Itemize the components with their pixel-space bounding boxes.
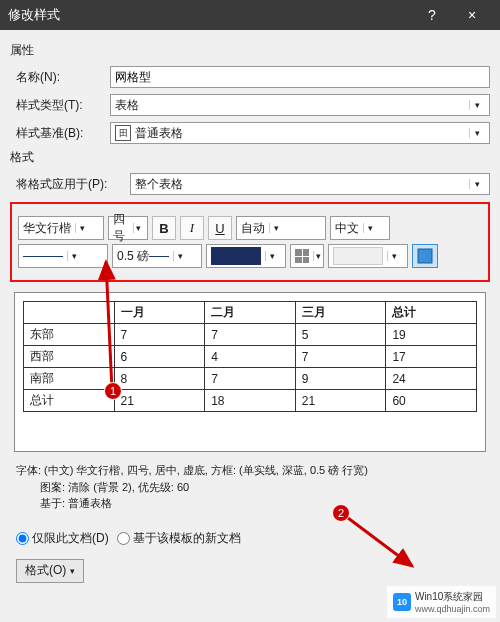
watermark-logo: 10 <box>393 593 411 611</box>
line-weight-value: 0.5 磅 <box>117 248 149 265</box>
table-header: 一月 <box>114 302 205 324</box>
chevron-down-icon: ▾ <box>265 251 279 261</box>
line-color-select[interactable]: ▾ <box>206 244 286 268</box>
table-row: 南部87924 <box>24 368 477 390</box>
shading-button[interactable] <box>412 244 438 268</box>
new-documents-radio[interactable]: 基于该模板的新文档 <box>117 530 241 547</box>
font-row: 华文行楷▾ 四号▾ B I U 自动 ▾ 中文▾ <box>18 216 482 240</box>
name-label: 名称(N): <box>10 69 110 86</box>
line-color-swatch <box>211 247 261 265</box>
chevron-down-icon: ▾ <box>387 251 401 261</box>
line-weight-icon <box>149 256 169 257</box>
properties-section-label: 属性 <box>10 42 490 59</box>
table-icon: 田 <box>115 125 131 141</box>
underline-button[interactable]: U <box>208 216 232 240</box>
preview-panel: 一月 二月 三月 总计 东部77519 西部64717 南部87924 总计21… <box>14 292 486 452</box>
desc-line: 基于: 普通表格 <box>16 495 484 512</box>
close-button[interactable]: × <box>452 7 492 23</box>
chevron-down-icon: ▾ <box>469 179 485 189</box>
titlebar: 修改样式 ? × <box>0 0 500 30</box>
fill-color-swatch <box>333 247 383 265</box>
chevron-down-icon: ▾ <box>67 251 81 261</box>
fill-color-select[interactable]: ▾ <box>328 244 408 268</box>
svg-rect-0 <box>418 249 432 263</box>
chevron-down-icon: ▾ <box>363 223 377 233</box>
font-name-value: 华文行楷 <box>23 220 71 237</box>
watermark-line1: Win10系统家园 <box>415 590 490 604</box>
borders-icon <box>295 249 309 263</box>
modify-style-dialog: 修改样式 ? × 属性 名称(N): 样式类型(T): 表格 ▾ 样式基准(B)… <box>0 0 500 622</box>
apply-to-label: 将格式应用于(P): <box>10 176 130 193</box>
line-weight-select[interactable]: 0.5 磅 ▾ <box>112 244 202 268</box>
style-description: 字体: (中文) 华文行楷, 四号, 居中, 虚底, 方框: (单实线, 深蓝,… <box>16 462 484 512</box>
style-base-label: 样式基准(B): <box>10 125 110 142</box>
italic-button[interactable]: I <box>180 216 204 240</box>
script-select[interactable]: 中文▾ <box>330 216 390 240</box>
window-title: 修改样式 <box>8 6 412 24</box>
chevron-down-icon: ▾ <box>469 100 485 110</box>
desc-line: 图案: 清除 (背景 2), 优先级: 60 <box>16 479 484 496</box>
annotation-badge-2: 2 <box>332 504 350 522</box>
scope-radios: 仅限此文档(D) 基于该模板的新文档 <box>16 530 484 547</box>
table-header: 三月 <box>295 302 386 324</box>
format-menu-button[interactable]: 格式(O) ▾ <box>16 559 84 583</box>
font-size-value: 四号 <box>113 211 129 245</box>
font-color-value: 自动 <box>241 220 265 237</box>
border-row: ▾ 0.5 磅 ▾ ▾ ▾ ▾ <box>18 244 482 268</box>
font-name-select[interactable]: 华文行楷▾ <box>18 216 104 240</box>
watermark-line2: www.qdhuajin.com <box>415 604 490 614</box>
desc-line: 字体: (中文) 华文行楷, 四号, 居中, 虚底, 方框: (单实线, 深蓝,… <box>16 462 484 479</box>
chevron-down-icon: ▾ <box>133 223 143 233</box>
line-style-icon <box>23 256 63 257</box>
annotation-badge-1: 1 <box>104 382 122 400</box>
format-section-label: 格式 <box>10 149 490 166</box>
formatting-toolbar-highlight: 华文行楷▾ 四号▾ B I U 自动 ▾ 中文▾ ▾ <box>10 202 490 282</box>
script-value: 中文 <box>335 220 359 237</box>
font-size-select[interactable]: 四号▾ <box>108 216 148 240</box>
watermark: 10 Win10系统家园 www.qdhuajin.com <box>387 586 496 618</box>
apply-to-select[interactable]: 整个表格 ▾ <box>130 173 490 195</box>
font-color-select[interactable]: 自动 ▾ <box>236 216 326 240</box>
table-header-row: 一月 二月 三月 总计 <box>24 302 477 324</box>
chevron-down-icon: ▾ <box>173 251 187 261</box>
new-documents-radio-input[interactable] <box>117 532 130 545</box>
chevron-down-icon: ▾ <box>70 566 75 576</box>
table-row: 西部64717 <box>24 346 477 368</box>
help-button[interactable]: ? <box>412 7 452 23</box>
shading-icon <box>417 248 433 264</box>
preview-table: 一月 二月 三月 总计 东部77519 西部64717 南部87924 总计21… <box>23 301 477 412</box>
this-document-radio[interactable]: 仅限此文档(D) <box>16 530 109 547</box>
chevron-down-icon: ▾ <box>313 251 323 261</box>
format-menu-label: 格式(O) <box>25 562 66 579</box>
style-type-value: 表格 <box>115 97 139 114</box>
table-row: 东部77519 <box>24 324 477 346</box>
style-base-select[interactable]: 田 普通表格 ▾ <box>110 122 490 144</box>
chevron-down-icon: ▾ <box>269 223 283 233</box>
line-style-select[interactable]: ▾ <box>18 244 108 268</box>
chevron-down-icon: ▾ <box>469 128 485 138</box>
style-type-select[interactable]: 表格 ▾ <box>110 94 490 116</box>
this-document-radio-input[interactable] <box>16 532 29 545</box>
table-header: 二月 <box>205 302 296 324</box>
bold-button[interactable]: B <box>152 216 176 240</box>
apply-to-value: 整个表格 <box>135 176 183 193</box>
dialog-body: 属性 名称(N): 样式类型(T): 表格 ▾ 样式基准(B): 田 普通表格 … <box>0 30 500 601</box>
name-input[interactable] <box>110 66 490 88</box>
chevron-down-icon: ▾ <box>75 223 89 233</box>
style-type-label: 样式类型(T): <box>10 97 110 114</box>
table-header: 总计 <box>386 302 477 324</box>
style-base-value: 普通表格 <box>135 125 183 142</box>
table-header <box>24 302 115 324</box>
table-row: 总计21182160 <box>24 390 477 412</box>
borders-select[interactable]: ▾ <box>290 244 324 268</box>
